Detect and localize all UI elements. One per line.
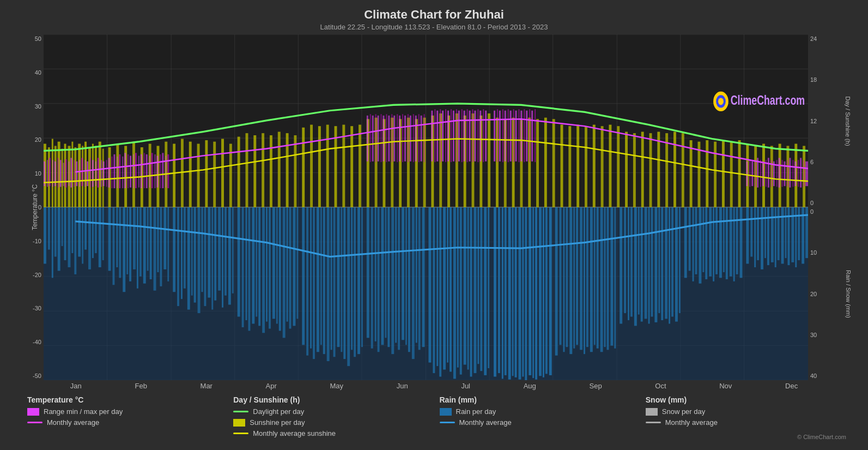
y-left-ticks: 50403020100-10-20-30-40-50 (33, 34, 41, 380)
svg-rect-209 (705, 207, 707, 279)
svg-rect-134 (436, 207, 438, 366)
legend-snow-title: Snow (mm) (646, 395, 841, 404)
svg-rect-381 (146, 154, 148, 188)
svg-rect-70 (204, 207, 206, 306)
svg-rect-71 (208, 207, 210, 298)
svg-rect-163 (539, 207, 542, 376)
svg-rect-418 (447, 111, 449, 161)
svg-rect-446 (529, 109, 530, 162)
svg-rect-214 (723, 207, 725, 272)
svg-rect-28 (54, 207, 57, 257)
svg-rect-328 (690, 140, 693, 207)
svg-rect-424 (464, 111, 465, 161)
svg-rect-78 (232, 207, 234, 293)
copyright-text: © ClimeChart.com (797, 434, 846, 440)
svg-rect-287 (359, 125, 361, 207)
svg-rect-462 (782, 160, 783, 187)
svg-rect-30 (62, 207, 63, 246)
temp-range-swatch (27, 408, 39, 416)
svg-rect-362 (95, 161, 96, 186)
svg-rect-277 (278, 132, 281, 207)
svg-rect-89 (272, 207, 275, 319)
svg-rect-121 (387, 207, 390, 347)
rain-avg-line (440, 422, 455, 423)
svg-rect-180 (600, 207, 603, 352)
svg-rect-118 (378, 207, 380, 352)
svg-rect-159 (525, 207, 527, 380)
svg-rect-133 (433, 207, 435, 373)
svg-rect-189 (634, 207, 637, 326)
svg-rect-382 (149, 156, 150, 188)
svg-rect-137 (447, 207, 448, 363)
svg-rect-460 (776, 160, 778, 187)
svg-rect-444 (524, 109, 525, 162)
svg-rect-59 (163, 207, 166, 269)
svg-rect-197 (661, 207, 663, 320)
svg-rect-310 (544, 118, 547, 207)
svg-rect-419 (451, 109, 452, 162)
chart-svg: ClimeChart.com ClimeChart.com (44, 34, 808, 380)
svg-rect-94 (289, 207, 292, 329)
svg-rect-140 (457, 207, 459, 368)
svg-rect-325 (665, 133, 668, 207)
svg-rect-203 (684, 207, 687, 278)
svg-rect-153 (505, 207, 507, 375)
svg-rect-442 (518, 109, 519, 162)
rain-swatch (440, 408, 452, 416)
svg-rect-45 (116, 207, 118, 267)
svg-rect-138 (450, 207, 452, 371)
svg-rect-447 (531, 111, 533, 161)
svg-rect-129 (416, 207, 417, 343)
legend-daylight: Daylight per day (233, 407, 428, 416)
svg-rect-399 (391, 114, 392, 162)
svg-rect-434 (497, 109, 498, 162)
svg-rect-161 (532, 207, 534, 378)
svg-rect-413 (434, 109, 435, 162)
svg-rect-465 (789, 158, 791, 187)
svg-rect-39 (92, 207, 94, 258)
svg-rect-164 (543, 207, 544, 377)
svg-rect-49 (129, 207, 131, 281)
svg-rect-204 (689, 207, 691, 271)
svg-rect-352 (68, 161, 69, 186)
legend-sunshine-avg-label: Monthly average sunshine (253, 429, 336, 437)
svg-rect-211 (713, 207, 714, 281)
legend-temperature: Temperature °C Range min / max per day M… (22, 393, 228, 442)
svg-rect-226 (767, 207, 769, 265)
svg-rect-117 (375, 207, 377, 341)
y-right-rain-label: Rain / Snow (mm) (845, 269, 852, 317)
svg-rect-432 (485, 111, 487, 161)
svg-rect-423 (462, 109, 463, 162)
svg-rect-34 (74, 207, 76, 274)
svg-rect-390 (367, 116, 368, 161)
svg-rect-136 (443, 207, 446, 370)
svg-rect-135 (439, 207, 441, 377)
svg-rect-177 (590, 207, 593, 352)
svg-rect-219 (740, 207, 743, 278)
svg-rect-312 (561, 125, 563, 207)
svg-rect-97 (302, 207, 305, 345)
svg-rect-46 (119, 207, 121, 278)
legend-rain: Rain (mm) Rain per day Monthly average (434, 393, 640, 442)
svg-rect-457 (768, 158, 769, 187)
svg-rect-320 (625, 132, 628, 207)
svg-rect-363 (98, 158, 99, 187)
svg-rect-311 (553, 119, 555, 207)
svg-rect-191 (641, 207, 643, 322)
svg-rect-44 (112, 207, 114, 285)
svg-rect-196 (658, 207, 660, 313)
svg-rect-411 (424, 114, 425, 162)
svg-rect-445 (526, 111, 527, 161)
svg-rect-370 (117, 157, 118, 188)
svg-rect-421 (456, 109, 457, 162)
svg-rect-309 (536, 119, 539, 207)
temp-avg-line (27, 422, 43, 423)
svg-rect-387 (162, 153, 163, 188)
svg-rect-276 (270, 135, 272, 207)
svg-rect-321 (633, 133, 636, 207)
svg-rect-368 (111, 157, 112, 188)
svg-rect-439 (510, 111, 512, 161)
svg-rect-377 (135, 153, 137, 188)
legend-sunshine-per-day: Sunshine per day (233, 418, 428, 427)
x-label-sep: Sep (590, 382, 602, 390)
